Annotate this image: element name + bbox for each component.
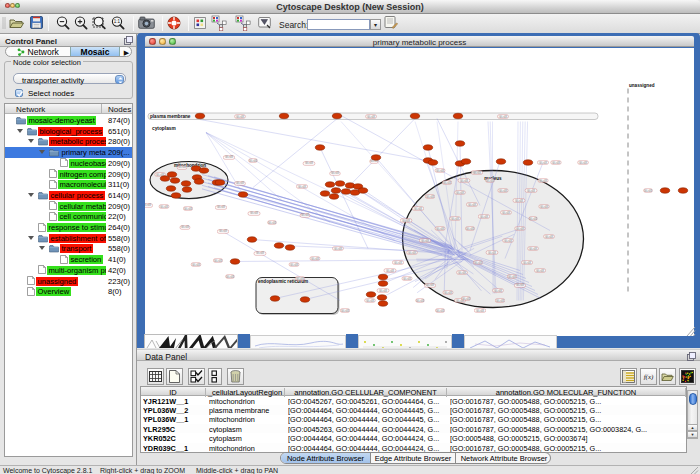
svg-text:Gli-r48: Gli-r48	[476, 309, 484, 313]
svg-text:Gli-r48: Gli-r48	[468, 203, 476, 207]
svg-text:Gli-r48: Gli-r48	[217, 205, 225, 209]
svg-text:Gli-r48: Gli-r48	[579, 161, 587, 165]
svg-text:Gli-r48: Gli-r48	[250, 211, 258, 215]
svg-text:Gli-r48: Gli-r48	[219, 229, 227, 233]
svg-text:Gli-r48: Gli-r48	[460, 179, 468, 183]
svg-text:Gli-r48: Gli-r48	[508, 275, 516, 279]
svg-text:Gli-r48: Gli-r48	[539, 179, 547, 183]
svg-text:Gli-r48: Gli-r48	[536, 269, 544, 273]
svg-text:Gli-r48: Gli-r48	[529, 217, 537, 221]
svg-text:Gli-r48: Gli-r48	[341, 309, 349, 313]
svg-text:f(x): f(x)	[644, 373, 654, 381]
svg-text:Gli-r48: Gli-r48	[456, 191, 464, 195]
svg-text:cytoplasm: cytoplasm	[152, 125, 176, 130]
svg-text:Gli-r48: Gli-r48	[436, 309, 444, 313]
svg-text:Gli-r48: Gli-r48	[145, 203, 151, 207]
svg-text:Gli-r48: Gli-r48	[436, 169, 444, 173]
svg-text:Gli-r48: Gli-r48	[403, 277, 411, 281]
svg-text:Gli-r48: Gli-r48	[414, 207, 422, 211]
svg-text:Gli-r48: Gli-r48	[160, 205, 168, 209]
svg-text:Gli-r48: Gli-r48	[181, 225, 189, 229]
svg-text:Gli-r48: Gli-r48	[480, 215, 488, 219]
svg-text:Gli-r48: Gli-r48	[290, 263, 298, 267]
svg-text:Gli-r48: Gli-r48	[214, 259, 222, 263]
svg-text:Gli-r48: Gli-r48	[523, 261, 531, 265]
svg-text:unassigned: unassigned	[629, 82, 655, 87]
svg-text:Gli-r48: Gli-r48	[366, 299, 374, 303]
svg-text:Gli-r48: Gli-r48	[178, 165, 186, 169]
svg-text:Gli-r48: Gli-r48	[443, 181, 451, 185]
svg-text:Gli-r48: Gli-r48	[436, 227, 444, 231]
svg-text:Gli-r48: Gli-r48	[226, 275, 234, 279]
svg-text:Gli-r48: Gli-r48	[504, 239, 512, 243]
svg-text:Gli-r48: Gli-r48	[421, 239, 429, 243]
svg-text:Gli-r48: Gli-r48	[184, 207, 192, 211]
svg-text:Gli-r48: Gli-r48	[402, 219, 410, 223]
svg-text:Gli-r48: Gli-r48	[236, 115, 244, 119]
svg-text:Gli-r48: Gli-r48	[527, 189, 535, 193]
svg-text:Gli-r48: Gli-r48	[311, 257, 319, 261]
svg-text:Gli-r48: Gli-r48	[488, 251, 496, 255]
svg-text:Gli-r48: Gli-r48	[644, 189, 652, 193]
svg-text:Gli-r48: Gli-r48	[386, 269, 394, 273]
svg-text:Gli-r48: Gli-r48	[473, 171, 481, 175]
svg-text:Gli-r48: Gli-r48	[305, 161, 313, 165]
svg-text:Gli-r48: Gli-r48	[296, 277, 304, 281]
svg-text:Gli-r48: Gli-r48	[529, 247, 537, 251]
svg-text:Gli-r48: Gli-r48	[394, 261, 402, 265]
svg-text:Gli-r48: Gli-r48	[236, 181, 244, 185]
svg-text:Gli-r48: Gli-r48	[466, 227, 474, 231]
svg-text:Gli-r48: Gli-r48	[444, 291, 452, 295]
svg-text:Gli-r48: Gli-r48	[268, 221, 276, 225]
svg-text:Gli-r48: Gli-r48	[298, 185, 306, 189]
svg-text:Gli-r48: Gli-r48	[545, 235, 553, 239]
svg-text:Gli-r48: Gli-r48	[540, 205, 548, 209]
svg-text:Gli-r48: Gli-r48	[502, 211, 510, 215]
svg-text:Gli-r48: Gli-r48	[367, 115, 375, 119]
svg-text:Gli-r48: Gli-r48	[408, 251, 416, 255]
svg-text:Gli-r48: Gli-r48	[331, 171, 339, 175]
svg-text:Gli-r48: Gli-r48	[515, 199, 523, 203]
svg-text:Gli-r48: Gli-r48	[539, 161, 547, 165]
svg-text:Gli-r48: Gli-r48	[426, 283, 434, 287]
svg-text:plasma membrane: plasma membrane	[150, 114, 191, 119]
svg-text:Gli-r48: Gli-r48	[499, 189, 507, 193]
svg-text:Gli-r48: Gli-r48	[451, 217, 459, 221]
svg-text:Gli-r48: Gli-r48	[474, 261, 482, 265]
svg-text:Gli-r48: Gli-r48	[301, 213, 309, 217]
svg-text:Gli-r48: Gli-r48	[552, 161, 560, 165]
svg-text:Gli-r48: Gli-r48	[334, 247, 342, 251]
svg-text:Gli-r48: Gli-r48	[379, 289, 387, 293]
svg-text:Gli-r48: Gli-r48	[249, 159, 257, 163]
svg-text:Gli-r48: Gli-r48	[256, 251, 264, 255]
svg-text:Gli-r48: Gli-r48	[192, 263, 200, 267]
svg-text:Gli-r48: Gli-r48	[516, 227, 524, 231]
svg-text:Gli-r48: Gli-r48	[486, 179, 494, 183]
svg-text:Gli-r48: Gli-r48	[499, 115, 507, 119]
svg-text:Gli-r48: Gli-r48	[458, 271, 466, 275]
svg-text:1:1: 1:1	[114, 19, 121, 24]
svg-text:Gli-r48: Gli-r48	[516, 283, 524, 287]
svg-text:Gli-r48: Gli-r48	[225, 155, 233, 159]
svg-text:Gli-r48: Gli-r48	[426, 195, 434, 199]
svg-text:Gli-r48: Gli-r48	[496, 299, 504, 303]
svg-text:Gli-r48: Gli-r48	[494, 289, 502, 293]
svg-text:Gli-r48: Gli-r48	[416, 299, 424, 303]
svg-text:Gli-r48: Gli-r48	[462, 297, 470, 301]
